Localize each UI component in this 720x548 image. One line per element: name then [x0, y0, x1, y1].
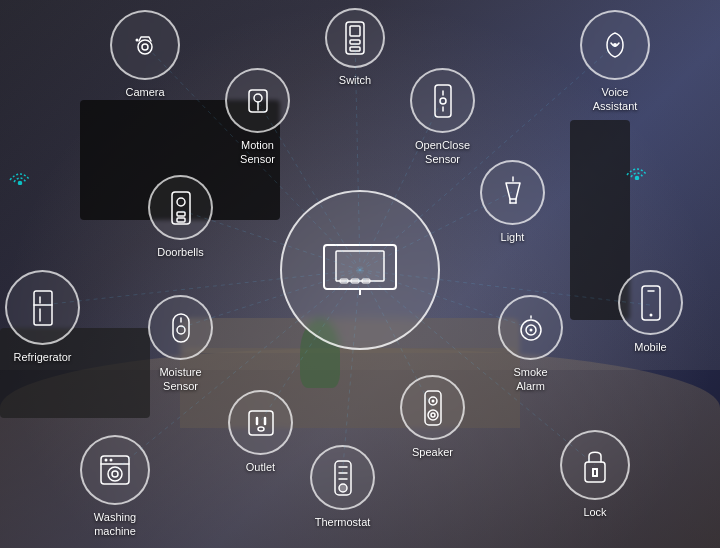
tv-icon	[320, 243, 400, 298]
svg-point-9	[136, 39, 139, 42]
device-label-switch: Switch	[339, 73, 371, 87]
smart-tv-device[interactable]	[280, 190, 440, 356]
device-label-moisture-sensor: MoistureSensor	[159, 365, 201, 394]
device-label-mobile: Mobile	[634, 340, 666, 354]
svg-rect-5	[351, 279, 359, 283]
svg-point-58	[110, 459, 113, 462]
device-label-outlet: Outlet	[246, 460, 275, 474]
device-label-lock: Lock	[583, 505, 606, 519]
device-label-thermostat: Thermostat	[315, 515, 371, 529]
device-label-camera: Camera	[125, 85, 164, 99]
svg-point-16	[254, 94, 262, 102]
doorbell-icon	[148, 175, 213, 240]
device-lock[interactable]: Lock	[560, 430, 630, 519]
device-switch[interactable]: Switch	[325, 8, 385, 87]
device-label-smoke-alarm: SmokeAlarm	[513, 365, 547, 394]
svg-rect-6	[362, 279, 370, 283]
svg-rect-64	[585, 462, 605, 482]
device-speaker[interactable]: Speaker	[400, 375, 465, 459]
svg-point-47	[258, 427, 264, 431]
svg-point-52	[431, 413, 435, 417]
wifi-icon	[622, 155, 652, 184]
device-label-light: Light	[501, 230, 525, 244]
device-motion-sensor[interactable]: MotionSensor	[225, 68, 290, 167]
svg-point-23	[177, 198, 185, 206]
svg-point-35	[177, 326, 185, 334]
switch-icon	[325, 8, 385, 68]
svg-rect-11	[350, 26, 360, 36]
thermostat-icon	[310, 445, 375, 510]
voice-icon	[580, 10, 650, 80]
svg-point-43	[649, 313, 652, 316]
device-washing-machine[interactable]: Washingmachine	[80, 435, 150, 539]
fridge-icon	[5, 270, 80, 345]
svg-rect-10	[346, 22, 364, 54]
device-moisture-sensor[interactable]: MoistureSensor	[148, 295, 213, 394]
svg-point-14	[613, 43, 617, 47]
svg-point-39	[529, 328, 532, 331]
svg-point-7	[138, 40, 152, 54]
device-mobile[interactable]: Mobile	[618, 270, 683, 354]
device-refrigerator[interactable]: Refrigerator	[5, 270, 80, 364]
svg-point-70	[19, 182, 22, 185]
svg-rect-25	[177, 218, 185, 222]
outlet-icon	[228, 390, 293, 455]
lock-icon	[560, 430, 630, 500]
svg-rect-13	[350, 47, 360, 51]
motion-icon	[225, 68, 290, 133]
svg-point-57	[105, 459, 108, 462]
svg-point-8	[142, 44, 148, 50]
device-smoke-alarm[interactable]: SmokeAlarm	[498, 295, 563, 394]
openclose-icon	[410, 68, 475, 133]
camera-icon	[110, 10, 180, 80]
device-doorbells[interactable]: Doorbells	[148, 175, 213, 259]
device-voice-assistant[interactable]: VoiceAssistant	[580, 10, 650, 114]
svg-point-51	[428, 410, 438, 420]
smoke-icon	[498, 295, 563, 360]
device-label-refrigerator: Refrigerator	[13, 350, 71, 364]
svg-rect-4	[340, 279, 348, 283]
device-label-voice-assistant: VoiceAssistant	[593, 85, 638, 114]
svg-rect-1	[336, 251, 384, 281]
svg-point-55	[108, 467, 122, 481]
moisture-icon	[148, 295, 213, 360]
svg-point-50	[431, 399, 434, 402]
svg-point-56	[112, 471, 118, 477]
svg-point-63	[339, 484, 347, 492]
device-label-openclose-sensor: OpenCloseSensor	[415, 138, 470, 167]
smart-tv-circle	[280, 190, 440, 350]
device-camera[interactable]: Camera	[110, 10, 180, 99]
speaker-icon	[400, 375, 465, 440]
wifi-icon-2	[5, 160, 35, 189]
svg-rect-18	[435, 85, 451, 117]
svg-rect-30	[34, 291, 52, 325]
device-outlet[interactable]: Outlet	[228, 390, 293, 474]
svg-rect-12	[350, 40, 360, 44]
light-icon	[480, 160, 545, 225]
device-label-motion-sensor: MotionSensor	[240, 138, 275, 167]
device-label-doorbells: Doorbells	[157, 245, 203, 259]
svg-point-19	[440, 98, 446, 104]
svg-rect-24	[177, 212, 185, 216]
device-label-speaker: Speaker	[412, 445, 453, 459]
device-label-washing-machine: Washingmachine	[94, 510, 136, 539]
device-openclose-sensor[interactable]: OpenCloseSensor	[410, 68, 475, 167]
svg-point-69	[636, 177, 639, 180]
washing-icon	[80, 435, 150, 505]
svg-rect-22	[172, 192, 190, 224]
device-thermostat[interactable]: Thermostat	[310, 445, 375, 529]
mobile-icon	[618, 270, 683, 335]
device-light[interactable]: Light	[480, 160, 545, 244]
